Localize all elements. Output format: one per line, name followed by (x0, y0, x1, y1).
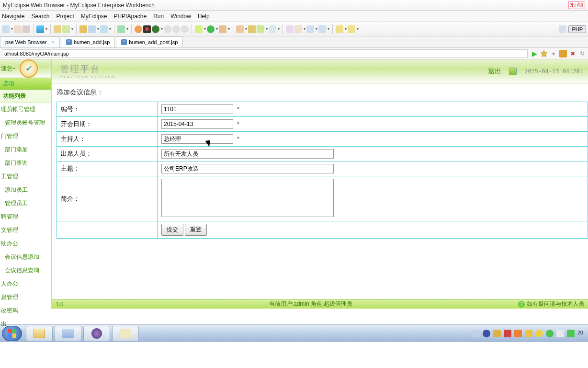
input-attendees[interactable] (161, 149, 334, 159)
task-explorer[interactable] (26, 326, 53, 341)
address-input[interactable] (2, 49, 528, 58)
progress-b-icon[interactable] (172, 25, 180, 33)
filter-icon[interactable] (286, 25, 294, 33)
sidebar-item-pwd[interactable]: 改密码 (0, 304, 51, 318)
stop-load-icon[interactable]: ✖ (569, 50, 577, 58)
menu-navigate[interactable]: Navigate (2, 13, 24, 20)
tab-bumen-add[interactable]: bumen_add.jsp (61, 36, 115, 47)
menu-bar: Navigate Search Project MyEclipse PHP/Ap… (0, 11, 588, 22)
main: 管理平台 PLATFORM SYSYTEM 退出 2015-04-13 04:2… (52, 59, 588, 309)
help-icon[interactable]: ? (518, 301, 525, 308)
perspective-icon[interactable] (559, 25, 566, 33)
favorite-icon[interactable] (540, 50, 548, 58)
sidebar-item-emp[interactable]: 工管理 (0, 170, 51, 184)
sidebar-item-dept-query[interactable]: 部门查询 (0, 157, 51, 170)
run-icon[interactable] (207, 25, 215, 33)
tray-e-icon[interactable] (514, 330, 522, 337)
wand-icon[interactable] (236, 25, 244, 33)
sidebar-item-meeting-add[interactable]: 会议信息添加 (0, 251, 51, 264)
open-type-icon[interactable] (248, 25, 256, 33)
menu-php-apache[interactable]: PHP/Apache (113, 13, 147, 20)
sidebar-item-hire[interactable]: 聘管理 (0, 210, 51, 224)
menu-search[interactable]: Search (31, 13, 49, 20)
input-date[interactable] (161, 119, 233, 129)
fwd-icon[interactable] (348, 25, 355, 33)
home-icon[interactable] (559, 50, 567, 58)
nav-b-icon[interactable] (318, 25, 326, 33)
exit-link[interactable]: 退出 (488, 67, 501, 76)
tray-d-icon[interactable] (504, 330, 511, 337)
save-icon[interactable] (14, 25, 22, 33)
menu-run[interactable]: Run (153, 13, 164, 20)
perspective-php[interactable]: PHP (568, 25, 586, 33)
welcome-text: 迎您~ (1, 65, 16, 73)
go-icon[interactable]: ▶ (531, 50, 538, 58)
input-id[interactable] (161, 104, 233, 114)
new-icon[interactable] (2, 25, 10, 33)
file-b-icon[interactable] (100, 25, 108, 33)
sidebar-item-assist[interactable]: 助办公 (0, 237, 51, 251)
sidebar-item-admin-acct[interactable]: 理员帐号管理 (0, 103, 51, 116)
input-desc[interactable] (161, 179, 334, 217)
input-host[interactable] (161, 134, 233, 144)
submit-button[interactable]: 提交 (161, 224, 183, 236)
close-icon[interactable]: × (52, 39, 55, 45)
menu-project[interactable]: Project (56, 13, 74, 20)
sidebar-item-dept[interactable]: 门管理 (0, 130, 51, 143)
folder-icon[interactable] (54, 25, 61, 33)
search-tb-icon[interactable] (269, 25, 276, 33)
task-app-a[interactable] (55, 326, 81, 341)
logo-icon: ✔ (20, 59, 38, 78)
globe-icon[interactable] (36, 25, 44, 33)
tray-g-icon[interactable] (535, 330, 543, 337)
menu-window[interactable]: Window (170, 13, 191, 20)
sidebar-tab[interactable]: 选项 (0, 78, 51, 90)
tray-f-icon[interactable] (525, 330, 532, 337)
box-icon[interactable] (62, 25, 70, 33)
task-eclipse[interactable] (83, 326, 110, 341)
start-button[interactable] (2, 326, 22, 341)
menu-myeclipse[interactable]: MyEclipse (81, 13, 107, 20)
tray-h-icon[interactable] (546, 330, 554, 337)
addr-drop-icon[interactable]: ▾ (550, 50, 557, 58)
sidebar-banner: 迎您~ ✔ (0, 59, 51, 78)
package-icon[interactable] (79, 25, 87, 33)
input-subject[interactable] (161, 164, 334, 173)
tray-i-icon[interactable] (556, 330, 564, 337)
bug-icon[interactable] (195, 25, 203, 33)
run-config-icon[interactable] (117, 25, 125, 33)
tab-label: bumen_add.jsp (74, 39, 110, 45)
menu-help[interactable]: Help (198, 13, 210, 20)
sidebar-item-meeting-query[interactable]: 会议信息查询 (0, 264, 51, 277)
db-icon[interactable] (152, 25, 159, 33)
file-a-icon[interactable] (88, 25, 96, 33)
tray-b-icon[interactable] (483, 330, 490, 337)
sidebar-item-info[interactable]: 息管理 (0, 291, 51, 304)
stop-icon[interactable] (135, 25, 142, 33)
tray-a-icon[interactable] (472, 330, 480, 337)
terminate-icon[interactable]: ✖ (143, 25, 151, 33)
task-app-b[interactable] (112, 326, 139, 341)
tray-j-icon[interactable] (567, 330, 575, 337)
sidebar-item-admin-acct-mgmt[interactable]: 管理员帐号管理 (0, 116, 51, 130)
save-all-icon[interactable] (23, 25, 30, 33)
nav-a-icon[interactable] (306, 25, 314, 33)
tray-c-icon[interactable] (493, 330, 501, 337)
ide-status-gap (0, 309, 588, 324)
reset-button[interactable]: 重置 (185, 224, 207, 236)
progress-c-icon[interactable] (181, 25, 189, 33)
tab-web-browser[interactable]: pse Web Browser × (0, 36, 60, 47)
ext-tool-icon[interactable] (219, 25, 226, 33)
sidebar-item-emp-mgmt[interactable]: 管理员工 (0, 197, 51, 210)
sidebar-item-personal[interactable]: 人办公 (0, 277, 51, 291)
back-icon[interactable] (336, 25, 343, 33)
sidebar-item-dept-add[interactable]: 部门添加 (0, 143, 51, 157)
tab-bumen-add-post[interactable]: bumen_add_post.jsp (116, 36, 183, 47)
ann-icon[interactable] (294, 25, 302, 33)
progress-a-icon[interactable] (164, 25, 171, 33)
clock-widget: 3:48 (568, 1, 585, 9)
sidebar-item-emp-add[interactable]: 添加员工 (0, 184, 51, 197)
open-task-icon[interactable] (257, 25, 264, 33)
reload-icon[interactable]: ↻ (578, 50, 586, 58)
sidebar-item-doc[interactable]: 文管理 (0, 224, 51, 237)
